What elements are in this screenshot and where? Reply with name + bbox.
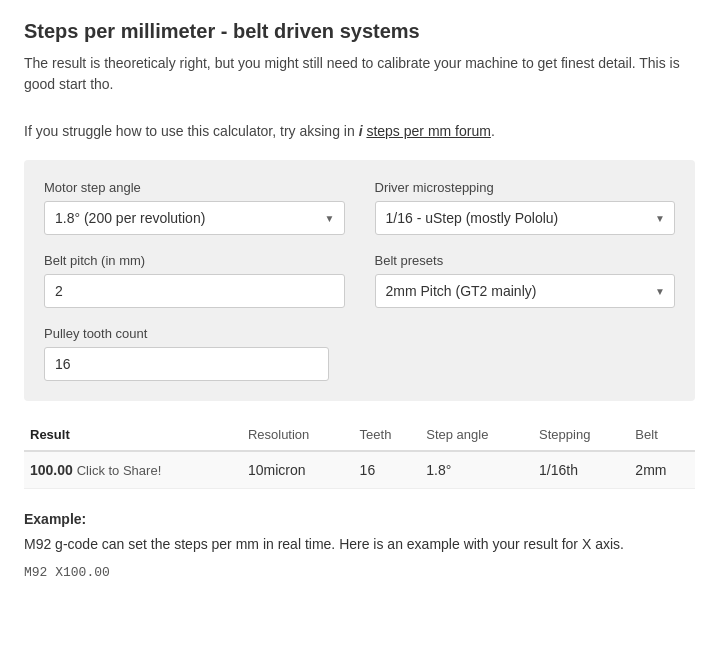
step-angle-cell: 1.8° [420, 451, 533, 489]
example-text: M92 g-code can set the steps per mm in r… [24, 533, 695, 555]
stepping-cell: 1/16th [533, 451, 629, 489]
col-header-belt: Belt [629, 419, 695, 451]
motor-step-angle-group: Motor step angle 1.8° (200 per revolutio… [44, 180, 345, 235]
forum-link[interactable]: steps per mm forum [366, 123, 490, 139]
forum-line-prefix: If you struggle how to use this calculat… [24, 123, 355, 139]
period: . [491, 123, 495, 139]
page-title: Steps per millimeter - belt driven syste… [24, 20, 695, 43]
example-section: Example: M92 g-code can set the steps pe… [24, 511, 695, 580]
belt-presets-label: Belt presets [375, 253, 676, 268]
results-table: Result Resolution Teeth Step angle Stepp… [24, 419, 695, 489]
belt-presets-select[interactable]: 2mm Pitch (GT2 mainly) 2.032mm Pitch (MX… [375, 274, 676, 308]
pulley-tooth-label: Pulley tooth count [44, 326, 329, 341]
motor-step-angle-wrapper: 1.8° (200 per revolution) 0.9° (400 per … [44, 201, 345, 235]
results-header-row: Result Resolution Teeth Step angle Stepp… [24, 419, 695, 451]
driver-microstepping-label: Driver microstepping [375, 180, 676, 195]
belt-pitch-label: Belt pitch (in mm) [44, 253, 345, 268]
example-label: Example: [24, 511, 695, 527]
forum-line: If you struggle how to use this calculat… [24, 121, 695, 142]
row-pulley-tooth: Pulley tooth count [44, 326, 675, 381]
row-motor-driver: Motor step angle 1.8° (200 per revolutio… [44, 180, 675, 235]
driver-microstepping-wrapper: 1/1 - Full step 1/2 - Half step 1/4 - uS… [375, 201, 676, 235]
col-header-teeth: Teeth [354, 419, 421, 451]
driver-microstepping-group: Driver microstepping 1/1 - Full step 1/2… [375, 180, 676, 235]
click-share-text[interactable]: Click to Share! [77, 463, 162, 478]
belt-presets-group: Belt presets 2mm Pitch (GT2 mainly) 2.03… [375, 253, 676, 308]
belt-presets-wrapper: 2mm Pitch (GT2 mainly) 2.032mm Pitch (MX… [375, 274, 676, 308]
result-value: 100.00 [30, 462, 73, 478]
belt-pitch-input[interactable] [44, 274, 345, 308]
pulley-tooth-input[interactable] [44, 347, 329, 381]
col-header-resolution: Resolution [242, 419, 354, 451]
col-header-stepping: Stepping [533, 419, 629, 451]
motor-step-angle-label: Motor step angle [44, 180, 345, 195]
resolution-cell: 10micron [242, 451, 354, 489]
driver-microstepping-select[interactable]: 1/1 - Full step 1/2 - Half step 1/4 - uS… [375, 201, 676, 235]
example-code: M92 X100.00 [24, 565, 695, 580]
description-1: The result is theoreticaly right, but yo… [24, 53, 695, 95]
result-cell: 100.00 Click to Share! [24, 451, 242, 489]
teeth-cell: 16 [354, 451, 421, 489]
col-header-step-angle: Step angle [420, 419, 533, 451]
calculator-box: Motor step angle 1.8° (200 per revolutio… [24, 160, 695, 401]
row-belt-pitch-presets: Belt pitch (in mm) Belt presets 2mm Pitc… [44, 253, 675, 308]
belt-pitch-group: Belt pitch (in mm) [44, 253, 345, 308]
belt-cell: 2mm [629, 451, 695, 489]
table-row: 100.00 Click to Share! 10micron 16 1.8° … [24, 451, 695, 489]
col-header-result: Result [24, 419, 242, 451]
pulley-tooth-group: Pulley tooth count [44, 326, 329, 381]
motor-step-angle-select[interactable]: 1.8° (200 per revolution) 0.9° (400 per … [44, 201, 345, 235]
